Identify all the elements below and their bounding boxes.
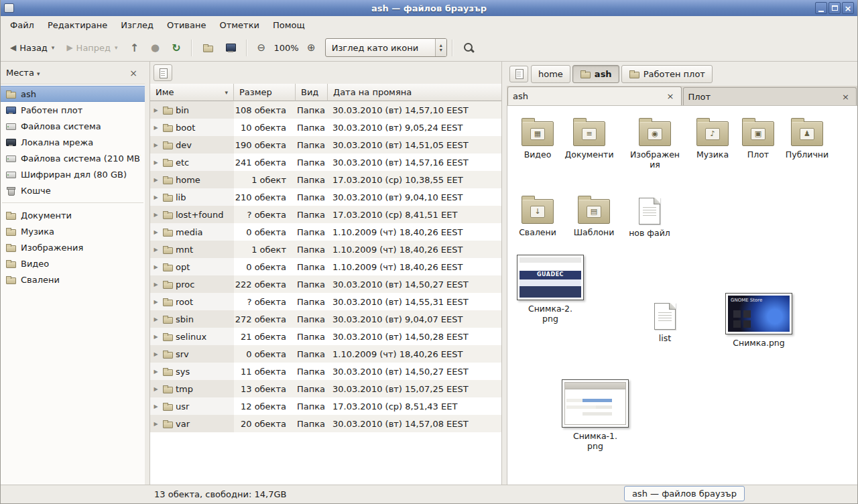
expander-icon[interactable]: ▶ xyxy=(152,369,160,375)
zoom-in-button[interactable]: ⊕ xyxy=(302,38,321,58)
table-row[interactable]: ▶opt0 обектаПапка1.10.2009 (чт) 18,40,26… xyxy=(150,258,501,275)
search-button[interactable] xyxy=(458,38,480,58)
sidebar-item[interactable]: Изображения xyxy=(1,239,145,255)
pane-splitter[interactable] xyxy=(145,62,149,485)
back-dropdown-icon[interactable]: ▾ xyxy=(52,44,55,51)
sidebar-item[interactable]: Видео xyxy=(1,255,145,271)
icon-view-item[interactable]: GUADECСнимка-2. png xyxy=(522,255,579,324)
icon-view-item[interactable]: Снимка-1. png xyxy=(566,379,624,451)
expander-icon[interactable]: ▶ xyxy=(152,334,160,340)
tab[interactable]: Плот× xyxy=(683,87,857,105)
computer-button[interactable] xyxy=(220,38,241,58)
pane-toggle-button[interactable] xyxy=(154,64,172,81)
expander-icon[interactable]: ▶ xyxy=(152,229,160,235)
table-row[interactable]: ▶bin108 обектаПапка30.03.2010 (вт) 14,57… xyxy=(150,101,501,119)
icon-view[interactable]: ▦Видео≡Документи◉Изображен ия♪Музика▣Пло… xyxy=(507,106,857,485)
table-row[interactable]: ▶var20 обектаПапка30.03.2010 (вт) 14,57,… xyxy=(150,415,501,432)
sidebar-item[interactable]: Локална мрежа xyxy=(1,134,145,150)
reload-button[interactable]: ↻ xyxy=(166,38,186,58)
back-button[interactable]: ◀ Назад ▾ xyxy=(5,38,60,58)
column-header[interactable]: Размер xyxy=(234,84,296,101)
up-button[interactable]: ↑ xyxy=(125,38,144,58)
minimize-button[interactable] xyxy=(815,2,827,14)
table-row[interactable]: ▶sbin272 обектаПапка30.03.2010 (вт) 9,04… xyxy=(150,310,501,328)
sidebar-item[interactable]: ash xyxy=(1,86,145,102)
sidebar-item[interactable]: Файлова система xyxy=(1,118,145,134)
table-row[interactable]: ▶boot10 обектаПапка30.03.2010 (вт) 9,05,… xyxy=(150,119,501,136)
expander-icon[interactable]: ▶ xyxy=(152,247,160,253)
sidebar-item[interactable]: Кошче xyxy=(1,182,145,198)
places-title[interactable]: Места xyxy=(6,68,34,78)
stop-button[interactable]: ● xyxy=(145,38,165,58)
sidebar-item[interactable]: Работен плот xyxy=(1,102,145,118)
expander-icon[interactable]: ▶ xyxy=(152,386,160,392)
maximize-button[interactable] xyxy=(829,2,841,14)
menubar-item[interactable]: Помощ xyxy=(266,17,312,33)
home-button[interactable] xyxy=(197,38,219,58)
table-row[interactable]: ▶mnt1 обектПапка1.10.2009 (чт) 18,40,26 … xyxy=(150,241,501,258)
expander-icon[interactable]: ▶ xyxy=(152,194,160,200)
icon-view-item[interactable]: ≡Документи xyxy=(560,117,618,160)
table-row[interactable]: ▶usr12 обектаПапка17.03.2010 (ср) 8,51,4… xyxy=(150,397,501,415)
column-header[interactable]: Вид xyxy=(296,84,328,101)
table-row[interactable]: ▶proc222 обектаПапка30.03.2010 (вт) 14,5… xyxy=(150,275,501,293)
expander-icon[interactable]: ▶ xyxy=(152,160,160,166)
table-row[interactable]: ▶srv0 обектаПапка1.10.2009 (чт) 18,40,26… xyxy=(150,345,501,363)
menubar-item[interactable]: Изглед xyxy=(114,17,160,33)
table-row[interactable]: ▶tmp13 обектаПапка30.03.2010 (вт) 15,07,… xyxy=(150,380,501,397)
pane-toggle-button[interactable] xyxy=(509,66,528,82)
expander-icon[interactable]: ▶ xyxy=(152,316,160,322)
sidebar-item[interactable]: Свалени xyxy=(1,271,145,288)
expander-icon[interactable]: ▶ xyxy=(152,212,160,218)
view-mode-select[interactable]: Изглед като икони ▴ ▾ xyxy=(325,38,447,57)
close-button[interactable]: × xyxy=(842,2,854,14)
menubar-item[interactable]: Отиване xyxy=(160,17,212,33)
titlebar[interactable]: ash — файлов браузър × xyxy=(1,0,857,16)
table-row[interactable]: ▶sys11 обектаПапка30.03.2010 (вт) 14,50,… xyxy=(150,363,501,380)
pane-splitter[interactable] xyxy=(502,62,507,485)
places-dropdown-icon[interactable]: ▾ xyxy=(37,70,40,77)
icon-view-item[interactable]: ↓Свалени xyxy=(509,194,566,237)
sidebar-item[interactable]: Музика xyxy=(1,223,145,239)
path-button[interactable]: ash xyxy=(572,65,619,83)
tab-close-button[interactable]: × xyxy=(665,90,676,102)
icon-view-item[interactable]: ♟Публични xyxy=(778,117,836,160)
icon-view-item[interactable]: list xyxy=(636,300,694,343)
table-row[interactable]: ▶etc241 обектаПапка30.03.2010 (вт) 14,57… xyxy=(150,153,501,171)
expander-icon[interactable]: ▶ xyxy=(152,142,160,148)
expander-icon[interactable]: ▶ xyxy=(152,421,160,427)
table-row[interactable]: ▶lib210 обектаПапка30.03.2010 (вт) 9,04,… xyxy=(150,188,501,206)
forward-button[interactable]: ▶ Напред ▾ xyxy=(61,38,123,58)
expander-icon[interactable]: ▶ xyxy=(152,281,160,288)
icon-view-item[interactable]: нов файл xyxy=(621,194,678,238)
table-row[interactable]: ▶media0 обектаПапка1.10.2009 (чт) 18,40,… xyxy=(150,223,501,241)
icon-view-item[interactable]: ◉Изображен ия xyxy=(626,117,684,170)
expander-icon[interactable]: ▶ xyxy=(152,264,160,270)
table-row[interactable]: ▶lost+found? обектаПапка17.03.2010 (ср) … xyxy=(150,206,501,223)
table-row[interactable]: ▶dev190 обектаПапка30.03.2010 (вт) 14,51… xyxy=(150,136,501,153)
table-row[interactable]: ▶home1 обектПапка17.03.2010 (ср) 10,38,5… xyxy=(150,171,501,188)
expander-icon[interactable]: ▶ xyxy=(152,403,160,410)
tab[interactable]: ash× xyxy=(507,86,682,105)
column-header[interactable]: Дата на промяна xyxy=(328,84,501,101)
icon-view-item[interactable]: GNOME StoreСнимка.png xyxy=(730,293,788,348)
menubar-item[interactable]: Файл xyxy=(3,17,41,33)
sidebar-item[interactable]: Файлова система (210 MB) xyxy=(1,150,145,166)
icon-view-item[interactable]: ▤Шаблони xyxy=(565,194,623,237)
expander-icon[interactable]: ▶ xyxy=(152,351,160,357)
tab-close-button[interactable]: × xyxy=(840,91,851,103)
table-row[interactable]: ▶root? обектаПапка30.03.2010 (вт) 14,55,… xyxy=(150,293,501,310)
sidebar-item[interactable]: Шифриран дял (80 GB) xyxy=(1,166,145,182)
sidebar-item[interactable]: Документи xyxy=(1,207,145,223)
combo-stepper-icon[interactable]: ▴ ▾ xyxy=(435,39,446,56)
menubar-item[interactable]: Отметки xyxy=(212,17,265,33)
expander-icon[interactable]: ▶ xyxy=(152,299,160,305)
expander-icon[interactable]: ▶ xyxy=(152,177,160,183)
expander-icon[interactable]: ▶ xyxy=(152,107,160,113)
path-button[interactable]: home xyxy=(531,65,570,83)
sidebar-close-button[interactable]: × xyxy=(127,68,139,78)
zoom-out-button[interactable]: ⊖ xyxy=(252,38,271,58)
menubar-item[interactable]: Редактиране xyxy=(41,17,114,33)
column-header[interactable]: Име▾ xyxy=(150,84,234,101)
icon-view-item[interactable]: ▦Видео xyxy=(509,117,566,160)
